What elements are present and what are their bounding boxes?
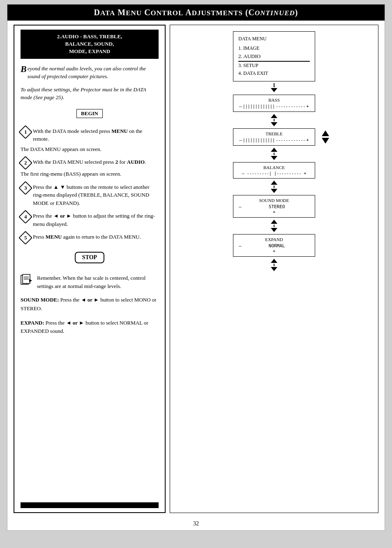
step-1-sub: The DATA MENU appears on screen. <box>21 145 159 153</box>
step-3-main: Press the ▲ ▼ buttons on the remote to s… <box>33 183 159 207</box>
step-5-main: Press MENU again to return to the DATA M… <box>33 233 159 241</box>
step-1-number: 1 <box>18 125 32 139</box>
bass-bar: – |||||||||||||------------ + <box>238 104 310 109</box>
drop-cap: B <box>21 65 27 74</box>
double-arrow-3 <box>271 180 277 194</box>
arrow-down-4 <box>271 189 277 193</box>
step-3-number: 3 <box>18 181 32 195</box>
right-panel: DATA MENU 1. IMAGE 2. AUDIO 3. SETUP 4. … <box>170 25 378 513</box>
main-content: 2.AUDIO - BASS, TREBLE, BALANCE, SOUND, … <box>7 21 385 517</box>
double-arrow-2 <box>271 147 277 161</box>
menu-item-3: 3. SETUP <box>238 62 310 70</box>
bass-control: BASS – |||||||||||||------------ + <box>233 95 315 112</box>
begin-box: BEGIN <box>76 109 103 118</box>
arrow-up-5 <box>271 259 277 263</box>
step-1: 1 With the DATA mode selected press MENU… <box>21 127 159 153</box>
arrow-down-6 <box>271 267 277 271</box>
bass-label: BASS <box>238 98 310 102</box>
continued-label: ONTINUED <box>255 9 295 17</box>
menu-title: DATA MENU <box>238 35 310 43</box>
line-4 <box>274 186 274 188</box>
italic-note: To adjust these settings, the Projector … <box>21 86 159 102</box>
double-arrow-5 <box>271 258 277 272</box>
note-section: Remember. When the bar scale is centered… <box>21 274 159 290</box>
line-6 <box>274 264 274 266</box>
balance-control: BALANCE – ---------| |---------- + <box>233 162 315 179</box>
intro-text: Beyond the normal audio levels, you can … <box>21 65 159 81</box>
treble-label: TREBLE <box>238 131 310 136</box>
diagram-container: DATA MENU 1. IMAGE 2. AUDIO 3. SETUP 4. … <box>229 31 319 273</box>
step-1-main: With the DATA mode selected press MENU o… <box>33 127 159 143</box>
step-2-header: 2 With the DATA MENU selected press 2 fo… <box>21 158 159 168</box>
expand-bar: – NORMAL + <box>238 243 310 254</box>
treble-bar: – |||||||||||||------------ + <box>238 137 310 143</box>
note-icon <box>21 274 34 288</box>
note-text: Remember. When the bar scale is centered… <box>37 274 159 290</box>
sound-mode-bar: – STEREO + <box>238 204 310 215</box>
step-1-header: 1 With the DATA mode selected press MENU… <box>21 127 159 143</box>
begin-container: BEGIN <box>21 107 159 120</box>
left-bottom-bar <box>21 502 159 508</box>
step-2: 2 With the DATA MENU selected press 2 fo… <box>21 158 159 178</box>
arrow-up-3 <box>271 181 277 185</box>
left-panel: 2.AUDIO - BASS, TREBLE, BALANCE, SOUND, … <box>14 25 166 513</box>
sound-note-1: SOUND MODE: Press the ◄ or ► button to s… <box>21 296 159 313</box>
step-4-header: 4 Press the ◄ or ► button to adjust the … <box>21 212 159 228</box>
arrow-down-5 <box>271 228 277 232</box>
arrow-down-3 <box>271 156 277 160</box>
menu-item-1: 1. IMAGE <box>238 44 310 52</box>
step-4-main: Press the ◄ or ► button to adjust the se… <box>33 212 159 228</box>
note-svg-icon <box>21 274 34 286</box>
svg-marker-5 <box>29 279 32 282</box>
menu-item-2: 2. AUDIO <box>238 52 310 62</box>
arrow-up-1 <box>271 114 277 118</box>
side-arrows <box>322 130 329 144</box>
page-number: 32 <box>7 517 385 530</box>
arrow-up-4 <box>271 220 277 224</box>
section-header: 2.AUDIO - BASS, TREBLE, BALANCE, SOUND, … <box>21 30 159 59</box>
line-1 <box>274 83 274 87</box>
arrow-down-1 <box>271 88 277 92</box>
title-bar: DATA MENU CONTROL ADJUSTMENTS (CONTINUED… <box>7 5 385 21</box>
step-4-number: 4 <box>18 210 32 224</box>
expand-label: EXPAND <box>238 237 310 242</box>
line-3 <box>274 153 274 155</box>
balance-bar: – ---------| |---------- + <box>238 171 310 176</box>
step-5: 5 Press MENU again to return to the DATA… <box>21 233 159 243</box>
line-2 <box>274 119 274 121</box>
arrow-up-2 <box>271 148 277 152</box>
double-arrow-4 <box>271 219 277 233</box>
stop-container: STOP <box>21 249 159 266</box>
line-5 <box>274 225 274 227</box>
menu-box: DATA MENU 1. IMAGE 2. AUDIO 3. SETUP 4. … <box>233 31 315 81</box>
step-5-number: 5 <box>18 231 32 245</box>
title-main: DATA MENU CONTROL ADJUSTMENTS (CONTINUED… <box>94 8 298 17</box>
step-5-header: 5 Press MENU again to return to the DATA… <box>21 233 159 243</box>
sound-mode-label: SOUND MODE <box>238 198 310 203</box>
svg-rect-1 <box>23 274 30 283</box>
expand-control: EXPAND – NORMAL + <box>233 234 315 257</box>
step-3: 3 Press the ▲ ▼ buttons on the remote to… <box>21 183 159 207</box>
balance-label: BALANCE <box>238 165 310 170</box>
tri-down <box>322 138 329 144</box>
step-4: 4 Press the ◄ or ► button to adjust the … <box>21 212 159 228</box>
double-arrow-1 <box>271 113 277 127</box>
sound-note-2: EXPAND: Press the ◄ or ► button to selec… <box>21 319 159 336</box>
step-3-header: 3 Press the ▲ ▼ buttons on the remote to… <box>21 183 159 207</box>
arrow-down-2 <box>271 122 277 126</box>
tri-up <box>322 130 329 136</box>
intro-body: eyond the normal audio levels, you can a… <box>28 65 146 80</box>
menu-item-4: 4. DATA EXIT <box>238 70 310 77</box>
stop-box: STOP <box>75 252 104 263</box>
page: DATA MENU CONTROL ADJUSTMENTS (CONTINUED… <box>7 4 385 531</box>
arrow-1-container <box>271 83 277 93</box>
step-2-main: With the DATA MENU selected press 2 for … <box>33 158 159 166</box>
treble-control: TREBLE – |||||||||||||------------ + <box>233 128 315 146</box>
sound-mode-control: SOUND MODE – STEREO + <box>233 195 315 218</box>
step-2-number: 2 <box>18 156 32 170</box>
step-2-sub: The first ring-menu (BASS) appears on sc… <box>21 170 159 178</box>
